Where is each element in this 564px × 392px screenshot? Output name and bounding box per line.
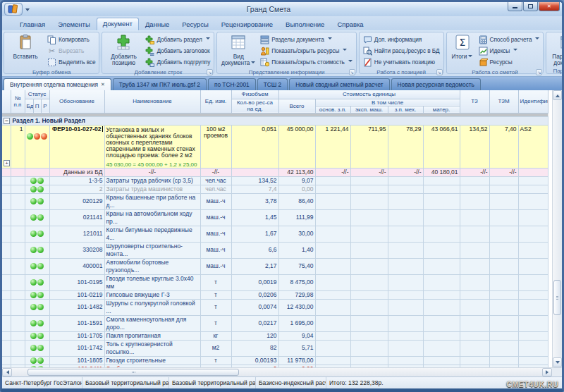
- paste-button[interactable]: Вставить: [6, 34, 44, 68]
- header-ozp[interactable]: основ. з.п.: [315, 106, 350, 113]
- toggle-cost-button[interactable]: Показать/скрыть стоимость: [259, 56, 354, 68]
- table-row[interactable]: 101-0219Гипсовые вяжущие Г-3т0,0206729,9…: [2, 290, 548, 299]
- header-tzm[interactable]: ТЗМ: [489, 90, 518, 113]
- header-status-bd[interactable]: Бд: [25, 99, 33, 113]
- header-total[interactable]: Всего: [278, 99, 315, 113]
- status-circle: [30, 345, 37, 351]
- table-row[interactable]: 101-1705Пакля пропитаннаякг1209,04: [2, 331, 548, 340]
- toggle-resources-button[interactable]: Показать/скрыть ресурсы: [259, 45, 354, 56]
- minimize-button[interactable]: [508, 2, 522, 11]
- header-volume-sub[interactable]: Кол-во рес-са на ед.: [231, 99, 278, 113]
- exclude-position-button[interactable]: Не учитывать позицию: [362, 56, 441, 68]
- horizontal-scroll-track[interactable]: [12, 368, 542, 376]
- doc-tab-5[interactable]: Новая ресурсная ведомость: [391, 78, 481, 90]
- doc-tab-3[interactable]: ТСШ 2: [257, 78, 288, 90]
- table-row[interactable]: 020129Краны башенные при работе на д...м…: [2, 193, 548, 209]
- indexes-button[interactable]: Идексы: [477, 45, 541, 56]
- add-header-button[interactable]: Добавить заголовок: [144, 45, 212, 56]
- add-section-button[interactable]: Добавить раздел: [144, 34, 212, 45]
- header-tz[interactable]: ТЗ: [460, 90, 489, 113]
- cut-button[interactable]: ✂ Вырезать: [46, 45, 97, 56]
- scroll-right-button[interactable]: [542, 368, 552, 376]
- table-row[interactable]: 121011Котлы битумные передвижные 4...маш…: [2, 226, 548, 242]
- exclude-position-label: Не учитывать позицию: [374, 59, 435, 66]
- table-row[interactable]: 400001Автомобили бортовые грузоподъ...ма…: [2, 258, 548, 274]
- resources-button[interactable]: Ресурсы: [477, 56, 541, 68]
- collapse-box[interactable]: −: [4, 118, 10, 124]
- menu-tab-2[interactable]: Документ: [97, 18, 139, 30]
- table-row[interactable]: −Раздел 1. Новый Раздел: [2, 116, 548, 125]
- menu-tab-7[interactable]: Справка: [331, 18, 369, 30]
- add-subgroup-button[interactable]: Добавить подгруппу: [144, 56, 212, 68]
- vertical-scroll-track[interactable]: [553, 100, 562, 357]
- table-row[interactable]: +1ФЕР10-01-027-02Установка в жилых и общ…: [2, 125, 548, 168]
- minimize-icon: [513, 7, 517, 8]
- doc-sections-button[interactable]: Разделы документа: [259, 34, 354, 45]
- table-row[interactable]: 101-1591Смола каменноугольная для доро..…: [2, 315, 548, 331]
- expand-box[interactable]: +: [4, 160, 10, 166]
- group-title-clipboard: Буфер обмена: [32, 69, 70, 75]
- header-unit[interactable]: Ед. изм.: [200, 90, 231, 113]
- menu-tab-5[interactable]: Рецензирование: [215, 18, 279, 30]
- header-zpm[interactable]: з.п. мех.: [388, 106, 423, 113]
- calc-method-button[interactable]: Способ расчета: [477, 34, 541, 45]
- copy-button[interactable]: Копировать: [46, 34, 97, 45]
- vertical-scrollbar[interactable]: [552, 90, 562, 367]
- doc-tab-4[interactable]: Новый сводный сметный расчет: [289, 78, 389, 90]
- header-status-p[interactable]: П: [33, 99, 41, 113]
- dialog-launcher-icon[interactable]: ↘: [349, 69, 355, 75]
- table-row[interactable]: 101-0195Гвозди толевые круглые 3.0х40 мм…: [2, 274, 548, 290]
- header-num[interactable]: № п.п: [11, 90, 25, 113]
- close-button[interactable]: ✕: [539, 2, 560, 11]
- header-status-r[interactable]: Р: [41, 99, 49, 113]
- close-tab-icon[interactable]: ✕: [101, 82, 105, 87]
- header-cost[interactable]: Стоимость единицы: [278, 90, 460, 99]
- doc-tab-2[interactable]: по ТСН-2001: [208, 78, 256, 90]
- add-position-button[interactable]: Добавить позицию: [104, 34, 142, 68]
- dialog-launcher-icon[interactable]: ↘: [207, 69, 213, 75]
- dialog-launcher-icon[interactable]: ↘: [436, 69, 443, 75]
- scroll-left-button[interactable]: [2, 368, 12, 376]
- ribbon-group-view: Вид документа Разделы документа Показать…: [216, 32, 357, 74]
- header-mat[interactable]: матер.: [423, 106, 460, 113]
- menu-tab-1[interactable]: Элементы: [51, 18, 97, 30]
- header-volume[interactable]: Физобъем: [231, 90, 278, 99]
- doc-view-button[interactable]: Вид документа: [219, 34, 257, 68]
- table-row[interactable]: 330208Шуруповерты строительно-монта...ма…: [2, 242, 548, 258]
- doc-tab-1[interactable]: Труба 1347 км ПК7 июль.gsf 2: [113, 78, 207, 90]
- extra-info-button[interactable]: Доп. информация: [362, 34, 441, 45]
- header-ident[interactable]: Идентификатор: [518, 90, 548, 113]
- select-all-button[interactable]: Выделить все: [46, 56, 97, 68]
- menu-tab-6[interactable]: Выполнение: [279, 18, 331, 30]
- table-row[interactable]: 021141Краны на автомобильном ходу пр...м…: [2, 209, 548, 226]
- table-row[interactable]: 1-3-5Затраты труда рабочих (ср 3,5)чел.ч…: [2, 176, 548, 185]
- maximize-button[interactable]: [523, 2, 538, 11]
- header-including[interactable]: В том числе: [315, 99, 460, 106]
- scroll-down-button[interactable]: [553, 357, 562, 367]
- table-row[interactable]: 101-1742Толь с крупнозернистой посыпко..…: [2, 340, 548, 356]
- totals-button[interactable]: Σ Итоги: [449, 34, 476, 68]
- status-circle: [30, 231, 37, 237]
- header-name[interactable]: Наименование: [104, 90, 200, 113]
- doc-params-button[interactable]: Параметры документа: [548, 34, 562, 67]
- header-justification[interactable]: Обоснование: [49, 90, 104, 113]
- table-row[interactable]: Данные из БД-//--//-42 113,40-//--//--//…: [2, 168, 548, 176]
- menu-tab-3[interactable]: Данные: [139, 18, 176, 30]
- dialog-launcher-icon[interactable]: ↘: [536, 69, 542, 75]
- toggle-cost-icon: [260, 58, 269, 67]
- table-row[interactable]: 2Затраты труда машинистовчел.час7,40,00: [2, 185, 548, 193]
- menu-tab-0[interactable]: Главная: [13, 18, 51, 30]
- exclude-position-icon: [363, 58, 372, 67]
- header-status[interactable]: Статус: [25, 90, 49, 99]
- table-row[interactable]: 101-1805Гвозди строительныет0,0019311 97…: [2, 356, 548, 365]
- header-em[interactable]: эксп. маш.: [350, 106, 388, 113]
- table-row[interactable]: 101-1482Шурупы с полукруглой головкой ..…: [2, 299, 548, 315]
- scroll-up-button[interactable]: [553, 90, 562, 100]
- menu-tab-4[interactable]: Ресурсы: [176, 18, 214, 30]
- doc-tab-0[interactable]: Внутренняя отделка помещения✕: [4, 78, 111, 90]
- horizontal-scroll-thumb[interactable]: [27, 369, 239, 376]
- app-menu-button[interactable]: [4, 3, 23, 16]
- horizontal-scrollbar[interactable]: [2, 367, 562, 376]
- vertical-scroll-thumb[interactable]: [553, 280, 561, 315]
- find-in-db-button[interactable]: Найти расц./ресурс в БД: [362, 45, 441, 56]
